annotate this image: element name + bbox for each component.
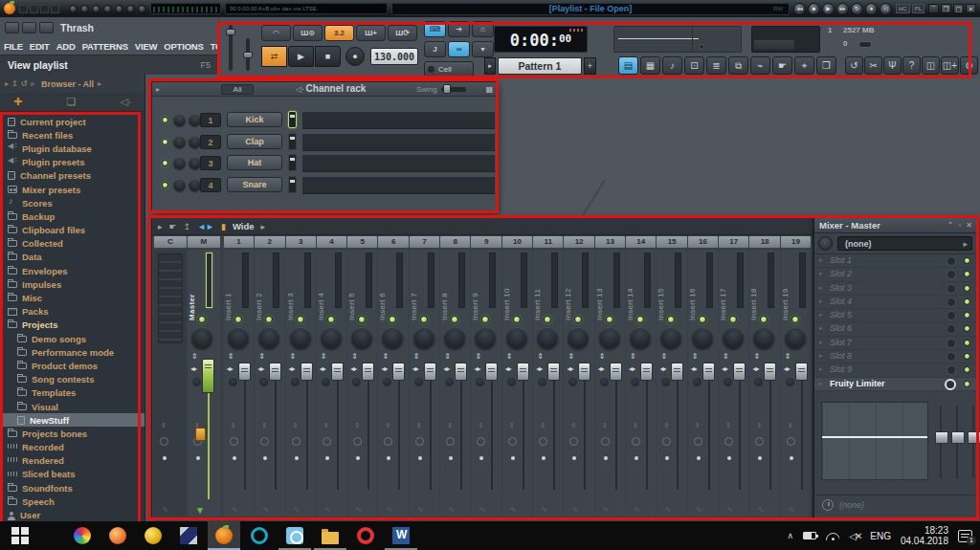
mixer-insert-strip[interactable]: Insert 7⇕◂▸⇕∿ xyxy=(410,250,439,517)
stereo-sep-icon[interactable]: ⇕ xyxy=(506,352,513,361)
record-audio-icon[interactable]: Ψ xyxy=(883,56,902,75)
cell-knob[interactable] xyxy=(428,66,434,73)
mixer-detach-icon[interactable]: ◄► xyxy=(197,222,214,231)
link-arrows-icon[interactable]: ⇕ xyxy=(663,422,669,429)
browser-item[interactable]: Data xyxy=(0,251,145,264)
mixer-column-header[interactable]: 1 xyxy=(224,236,254,248)
mixer-column-header[interactable]: 16 xyxy=(688,236,718,248)
cut-icon[interactable]: ✂ xyxy=(864,56,882,75)
taskbar-app-opera[interactable] xyxy=(349,521,382,550)
browser-item[interactable]: Song contests xyxy=(0,373,145,386)
channel-number[interactable]: 3 xyxy=(200,156,221,170)
mixer-column-header[interactable]: 14 xyxy=(626,236,656,248)
volume-muted-icon[interactable]: ◁✕ xyxy=(849,531,860,541)
track-pan-knob[interactable] xyxy=(753,327,774,348)
slot-enable-led[interactable] xyxy=(964,271,970,277)
record-arm-button[interactable] xyxy=(694,437,702,446)
countdown-button[interactable]: 3.2 xyxy=(324,25,354,41)
taskbar-app-folder[interactable] xyxy=(314,521,346,550)
browser-item[interactable]: Plugin presets xyxy=(0,156,145,169)
track-pan-knob[interactable] xyxy=(191,327,212,348)
browser-item[interactable]: Mixer presets xyxy=(0,183,145,196)
slot-enable-led[interactable] xyxy=(964,340,970,346)
taskbar-app-paint[interactable] xyxy=(66,521,99,550)
pan-arrows-icon[interactable]: ◂▸ xyxy=(659,364,665,373)
menu-add[interactable]: ADD xyxy=(56,41,76,52)
link-arrows-icon[interactable]: ⇕ xyxy=(540,422,546,429)
stereo-knob[interactable] xyxy=(507,378,516,386)
pattern-prev-button[interactable]: ▸ xyxy=(484,57,496,75)
wait-for-input-button[interactable]: Ш⊙ xyxy=(293,25,323,41)
browser-item[interactable]: Impulses xyxy=(0,277,145,291)
browser-item[interactable]: Recent files xyxy=(0,128,145,142)
mixer-insert-strip[interactable]: Insert 15⇕◂▸⇕∿ xyxy=(657,250,686,517)
slot-mix-knob[interactable] xyxy=(947,270,956,279)
track-enable-led[interactable] xyxy=(297,316,304,323)
browser-sound-icon[interactable]: ◁∙ xyxy=(120,96,131,108)
language-indicator[interactable]: ENG xyxy=(870,531,891,541)
browser-nav-icon[interactable]: ↥ xyxy=(11,79,18,88)
browser-header[interactable]: ▸↥↺⌕ Browser - All ▸ xyxy=(0,75,145,93)
stereo-knob[interactable] xyxy=(568,378,577,386)
pattern-selector[interactable]: Pattern 1 xyxy=(498,57,582,75)
stereo-sep-icon[interactable]: ⇕ xyxy=(191,352,198,361)
select-dot[interactable] xyxy=(697,456,701,460)
record-button[interactable]: ● xyxy=(345,47,365,66)
menu-patterns[interactable]: PATTERNS xyxy=(82,41,128,52)
mixer-insert-strip[interactable]: Insert 3⇕◂▸⇕∿ xyxy=(286,250,316,517)
browser-item[interactable]: Projects bones xyxy=(0,427,145,440)
select-dot[interactable] xyxy=(196,456,200,460)
minimize-button[interactable] xyxy=(5,22,19,33)
stereo-knob[interactable] xyxy=(383,378,391,386)
stereo-sep-icon[interactable]: ⇕ xyxy=(692,352,699,361)
stereo-sep-icon[interactable]: ⇕ xyxy=(475,352,481,361)
slot-mix-knob[interactable] xyxy=(947,297,956,307)
slot-arrow-icon[interactable]: ▸ xyxy=(819,352,823,360)
titlebar-transport-button[interactable]: ● xyxy=(865,3,878,15)
menu-options[interactable]: OPTIONS xyxy=(164,41,203,52)
mixer-insert-strip[interactable]: Insert 13⇕◂▸⇕∿ xyxy=(595,250,625,517)
browser-item[interactable]: Demo songs xyxy=(0,332,145,345)
select-dot[interactable] xyxy=(635,456,638,460)
taskbar-app-yellow[interactable] xyxy=(137,521,169,550)
main-volume-slider[interactable] xyxy=(229,25,233,71)
record-arm-button[interactable] xyxy=(323,437,331,446)
select-dot[interactable] xyxy=(263,456,267,460)
select-dot[interactable] xyxy=(727,456,731,460)
browser-nav-icon[interactable]: ▸ xyxy=(5,79,9,88)
stereo-sep-icon[interactable]: ⇕ xyxy=(537,352,544,361)
pan-arrows-icon[interactable]: ◂▸ xyxy=(227,364,233,373)
titlebar-volume-icon[interactable]: ◁ xyxy=(880,3,892,15)
mixer-column-header[interactable]: 15 xyxy=(657,236,686,248)
stereo-knob[interactable] xyxy=(192,378,201,386)
track-enable-led[interactable] xyxy=(513,316,521,323)
pan-arrows-icon[interactable]: ◂▸ xyxy=(629,364,635,373)
undo-icon[interactable]: ↺ xyxy=(845,56,863,75)
select-dot[interactable] xyxy=(356,456,360,460)
browser-item[interactable]: Sliced beats xyxy=(0,468,145,481)
mixer-column-header[interactable]: 2 xyxy=(255,236,284,248)
mixer-current-strip[interactable]: ⇕∿ xyxy=(154,250,187,517)
browser-item[interactable]: Channel presets xyxy=(0,169,145,183)
record-arm-button[interactable] xyxy=(601,437,610,446)
mixer-insert-strip[interactable]: Insert 5⇕◂▸⇕∿ xyxy=(347,250,377,517)
slot-mix-knob[interactable] xyxy=(945,379,956,390)
slot-arrow-icon[interactable]: ▸ xyxy=(819,324,823,332)
volume-fader[interactable] xyxy=(238,363,251,381)
volume-fader[interactable] xyxy=(392,363,405,381)
volume-fader[interactable] xyxy=(202,359,214,393)
channel-enable-led[interactable] xyxy=(162,182,168,188)
link-arrows-icon[interactable]: ⇕ xyxy=(509,422,515,429)
browser-item[interactable]: Backup xyxy=(0,209,145,223)
channel-step-area[interactable] xyxy=(302,133,495,151)
stereo-knob[interactable] xyxy=(322,378,330,386)
project-picker-icon[interactable]: ⊡ xyxy=(684,56,704,75)
record-arm-button[interactable] xyxy=(260,437,269,446)
slot-arrow-icon[interactable]: ▸ xyxy=(819,311,823,319)
stereo-knob[interactable] xyxy=(693,378,702,386)
browser-file-icon[interactable]: ❏ xyxy=(66,96,76,108)
track-pan-knob[interactable] xyxy=(692,327,713,348)
taskbar-app-word[interactable] xyxy=(385,521,417,550)
track-pan-knob[interactable] xyxy=(537,327,558,348)
channel-enable-led[interactable] xyxy=(162,139,168,145)
